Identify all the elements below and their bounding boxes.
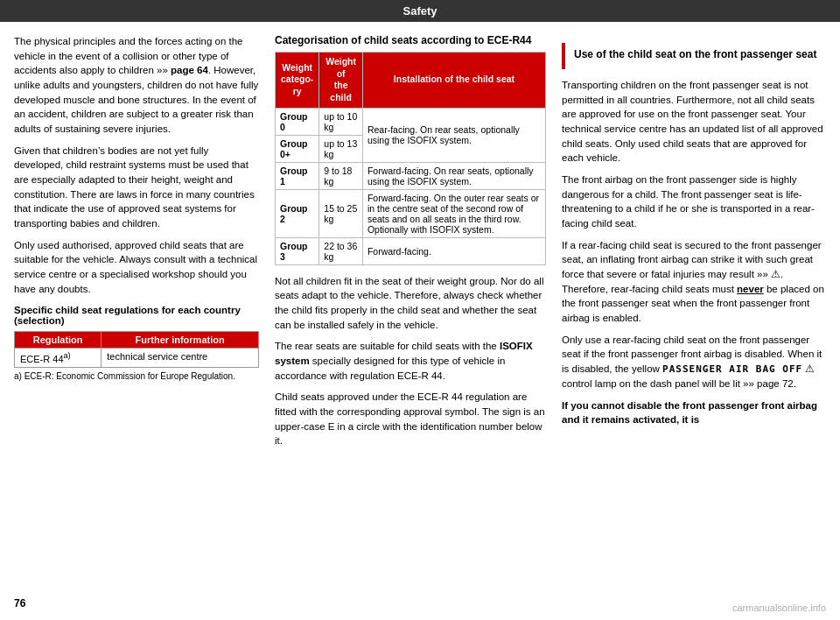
categorisation-table: Weightcatego-ry Weight ofthe child Insta… [275, 52, 546, 265]
cat-table-heading: Categorisation of child seats according … [275, 34, 546, 46]
cat-cell-group0-install: Rear-facing. On rear seats, optionally u… [362, 108, 545, 162]
regulation-table: Regulation Further information ECE-R 44a… [14, 331, 259, 368]
cat-header-installation: Installation of the child seat [362, 53, 545, 109]
cat-table-row-group2: Group 2 15 to 25 kg Forward-facing. On t… [276, 189, 546, 237]
cat-cell-group2-install: Forward-facing. On the outer rear seats … [362, 189, 545, 237]
content-area: The physical principles and the forces a… [0, 22, 840, 468]
right-column: Use of the child seat on the front passe… [562, 34, 826, 455]
cat-cell-group1-name: Group 1 [276, 162, 319, 189]
watermark: carmanualsonline.info [732, 602, 826, 613]
right-para-4: Only use a rear-facing child seat on the… [562, 333, 826, 391]
middle-para-1: Not all children fit in the seat of thei… [275, 274, 546, 333]
cat-cell-group0plus-name: Group 0+ [276, 135, 319, 162]
page-wrapper: Safety The physical principles and the f… [0, 0, 840, 620]
reg-table-header-further-info: Further information [102, 332, 259, 349]
cat-cell-group3-name: Group 3 [276, 237, 319, 264]
reg-table-header-row: Regulation Further information [15, 332, 259, 349]
cat-cell-group1-install: Forward-facing. On rear seats, optionall… [362, 162, 545, 189]
cat-header-weight-child: Weight ofthe child [319, 53, 363, 109]
cat-table-row-group1: Group 1 9 to 18 kg Forward-facing. On re… [276, 162, 546, 189]
middle-column: Categorisation of child seats according … [275, 34, 546, 455]
cat-cell-group0-name: Group 0 [276, 108, 319, 135]
right-para-5: If you cannot disable the front passenge… [562, 398, 826, 427]
right-para-1: Transporting children on the front passe… [562, 78, 826, 166]
cat-table-header-row: Weightcatego-ry Weight ofthe child Insta… [276, 53, 546, 109]
left-para-1: The physical principles and the forces a… [14, 34, 259, 137]
cat-table-row-group3: Group 3 22 to 36 kg Forward-facing. [276, 237, 546, 264]
left-para-2: Given that children’s bodies are not yet… [14, 144, 259, 231]
right-para-3: If a rear-facing child seat is secured t… [562, 238, 826, 326]
reg-table-header-regulation: Regulation [15, 332, 102, 349]
left-section-heading: Specific child seat regulations for each… [14, 305, 259, 326]
reg-table-cell-further-info: technical service centre [102, 349, 259, 368]
left-column: The physical principles and the forces a… [14, 34, 259, 455]
cat-header-weight-cat: Weightcatego-ry [276, 53, 319, 109]
header-bar: Safety [0, 0, 840, 22]
right-para-2: The front airbag on the front passenger … [562, 173, 826, 231]
cat-cell-group0plus-weight: up to 13 kg [319, 135, 363, 162]
reg-table-row-1: ECE-R 44a) technical service centre [15, 349, 259, 368]
cat-cell-group1-weight: 9 to 18 kg [319, 162, 363, 189]
middle-para-3: Child seats approved under the ECE-R 44 … [275, 390, 546, 448]
header-title: Safety [402, 4, 437, 18]
highlight-box: Use of the child seat on the front passe… [562, 43, 826, 69]
cat-cell-group2-weight: 15 to 25 kg [319, 189, 363, 237]
cat-table-row-group0: Group 0 up to 10 kg Rear-facing. On rear… [276, 108, 546, 135]
cat-cell-group3-install: Forward-facing. [362, 237, 545, 264]
table-footnote: a) ECE-R: Economic Commission for Europe… [14, 371, 259, 381]
left-para-3: Only used authorised, approved child sea… [14, 238, 259, 297]
cat-cell-group3-weight: 22 to 36 kg [319, 237, 363, 264]
middle-para-2: The rear seats are suitable for child se… [275, 339, 546, 383]
page-number: 76 [14, 597, 25, 609]
highlight-box-title: Use of the child seat on the front passe… [574, 48, 817, 60]
cat-cell-group0-weight: up to 10 kg [319, 108, 363, 135]
reg-table-cell-regulation: ECE-R 44a) [15, 349, 102, 368]
cat-cell-group2-name: Group 2 [276, 189, 319, 237]
